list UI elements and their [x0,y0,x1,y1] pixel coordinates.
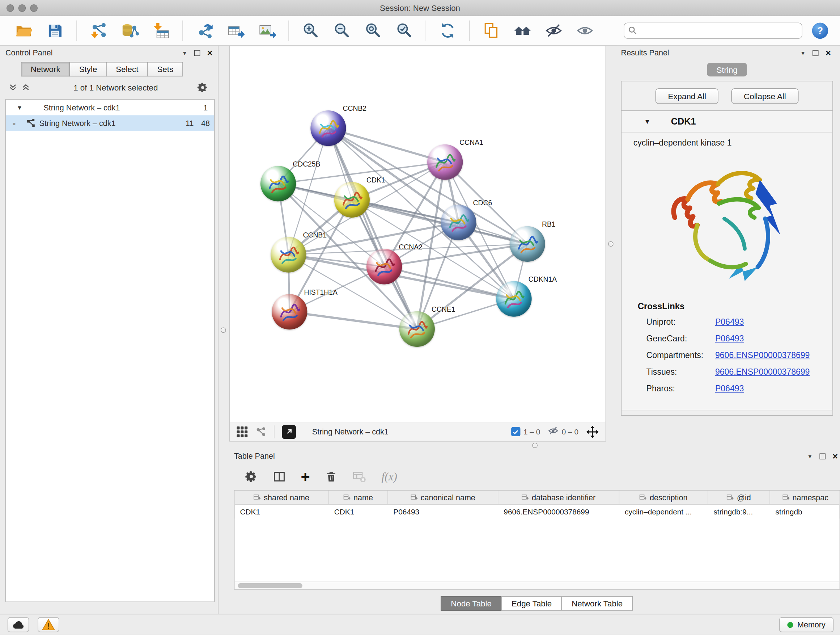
network-node-cdkn1a[interactable] [496,281,531,317]
float-panel-icon[interactable]: ▼ [182,50,187,56]
tab-node-table[interactable]: Node Table [441,596,502,611]
network-node-hist1h1a[interactable] [272,294,307,329]
tab-select[interactable]: Select [106,62,148,76]
column-header[interactable]: database identifier [498,491,619,504]
tab-network-table[interactable]: Network Table [561,596,633,611]
column-header[interactable]: canonical name [388,491,498,504]
function-builder-icon[interactable]: f(x) [382,470,397,483]
copy-document-button[interactable] [480,20,502,42]
column-header[interactable]: description [619,491,708,504]
search-input[interactable] [624,22,802,39]
cell-description[interactable]: cyclin–dependent ... [619,505,708,519]
protein-disclosure-icon[interactable]: ▼ [644,118,651,125]
crosslink-link[interactable]: P06493 [715,384,744,394]
network-node-ccna1[interactable] [427,144,463,180]
expand-all-button[interactable]: Expand All [655,88,718,103]
cell-canonical-name[interactable]: P06493 [388,505,498,519]
close-panel-icon[interactable]: × [207,50,213,56]
cell-id[interactable]: stringdb:9... [708,505,770,519]
save-session-button[interactable] [44,20,66,42]
column-header[interactable]: @id [708,491,770,504]
import-table-button[interactable] [150,20,172,42]
refresh-network-button[interactable] [437,20,459,42]
collection-disclosure-icon[interactable]: ▼ [17,104,28,111]
import-network-database-button[interactable] [119,20,141,42]
zoom-out-button[interactable] [331,20,353,42]
cell-shared-name[interactable]: CDK1 [235,505,329,519]
zoom-fit-button[interactable] [362,20,384,42]
show-columns-icon[interactable] [273,470,286,483]
cell-database-identifier[interactable]: 9606.ENSP00000378699 [498,505,619,519]
tree-item-network[interactable]: ● String Network – cdk1 11 48 [6,115,214,131]
selected-checkbox-icon[interactable] [511,427,520,436]
splitter-handle-icon[interactable] [608,241,614,247]
expand-all-tree-icon[interactable] [22,83,30,92]
cell-name[interactable]: CDK1 [329,505,388,519]
network-canvas[interactable]: CCNB2CCNA1CDC25BCDK1CDC6RB1CCNB1CCNA2CDK… [230,46,605,422]
crosslink-link[interactable]: P06493 [715,334,744,344]
tab-string[interactable]: String [707,63,747,76]
network-node-cdc25b[interactable] [261,166,296,201]
maximize-panel-icon[interactable] [820,453,826,459]
grid-view-icon[interactable] [236,426,248,438]
splitter-handle-icon[interactable] [532,443,537,448]
hidden-eye-icon[interactable] [548,425,559,438]
network-options-gear-icon[interactable] [197,81,208,93]
crosslink-link[interactable]: 9606.ENSP00000378699 [715,367,810,377]
tab-sets[interactable]: Sets [148,62,183,76]
hide-selected-button[interactable] [543,20,565,42]
memory-button[interactable]: Memory [779,617,834,632]
network-node-cdc6[interactable] [441,204,476,240]
add-column-icon[interactable]: + [301,470,310,484]
zoom-in-button[interactable] [300,20,322,42]
maximize-panel-icon[interactable] [194,50,200,56]
column-header[interactable]: name [329,491,388,504]
import-network-file-button[interactable] [88,20,109,42]
export-table-button[interactable] [225,20,247,42]
close-panel-icon[interactable]: × [832,453,838,459]
left-splitter[interactable] [218,46,229,614]
scrollbar-thumb[interactable] [238,583,302,588]
fit-content-icon[interactable] [586,425,599,438]
export-image-button[interactable] [256,20,278,42]
zoom-selected-button[interactable] [393,20,415,42]
open-session-button[interactable] [13,20,35,42]
warnings-button[interactable] [38,617,59,632]
results-scrollbar[interactable] [622,410,832,415]
cloud-console-button[interactable] [8,617,29,632]
results-splitter[interactable] [606,46,617,441]
table-splitter[interactable] [229,442,840,449]
home-view-button[interactable] [512,20,534,42]
tab-style[interactable]: Style [69,62,107,76]
network-node-ccna2[interactable] [366,249,402,284]
float-panel-icon[interactable]: ▼ [800,50,806,56]
tab-edge-table[interactable]: Edge Table [501,596,562,611]
help-button[interactable]: ? [812,22,829,39]
table-horizontal-scrollbar[interactable] [235,582,840,589]
network-node-cdk1[interactable] [334,182,370,218]
export-network-button[interactable] [194,20,216,42]
table-row[interactable]: CDK1 CDK1 P06493 9606.ENSP00000378699 cy… [235,505,840,519]
crosslink-link[interactable]: P06493 [715,317,744,326]
maximize-panel-icon[interactable] [813,50,818,56]
table-settings-gear-icon[interactable] [245,470,258,483]
cell-namespace[interactable]: stringdb [770,505,840,519]
collapse-all-tree-icon[interactable] [9,83,17,92]
show-all-button[interactable] [574,20,596,42]
network-node-ccne1[interactable] [399,311,435,347]
network-node-rb1[interactable] [510,226,545,262]
splitter-handle-icon[interactable] [221,327,226,333]
column-header[interactable]: shared name [235,491,329,504]
tab-network[interactable]: Network [21,62,70,76]
network-node-ccnb2[interactable] [310,111,346,146]
network-node-ccnb1[interactable] [271,237,306,272]
clear-table-icon-disabled[interactable] [352,470,366,484]
collapse-all-button[interactable]: Collapse All [731,88,798,103]
crosslink-link[interactable]: 9606.ENSP00000378699 [715,350,810,360]
network-overview-icon[interactable] [256,426,267,437]
float-panel-icon[interactable]: ▼ [807,453,813,459]
column-header[interactable]: namespac [770,491,840,504]
delete-column-icon[interactable] [325,470,337,483]
open-in-window-icon[interactable] [282,424,296,439]
tree-item-collection[interactable]: ▼ String Network – cdk1 1 [6,100,214,115]
